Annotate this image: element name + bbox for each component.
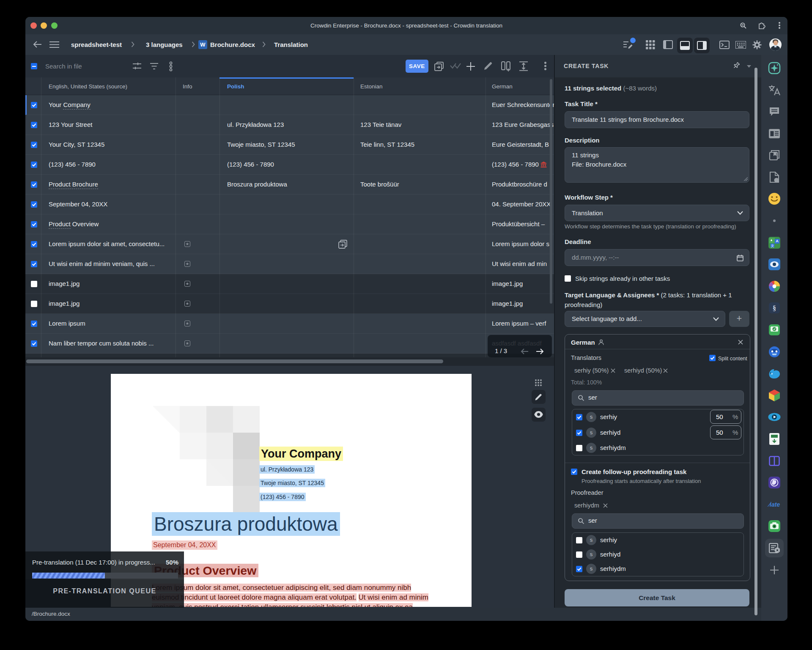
svg-text:i: i <box>776 178 777 182</box>
svg-text:A: A <box>776 239 779 243</box>
svg-text:§: § <box>773 304 776 312</box>
svg-text:文: 文 <box>771 244 774 248</box>
